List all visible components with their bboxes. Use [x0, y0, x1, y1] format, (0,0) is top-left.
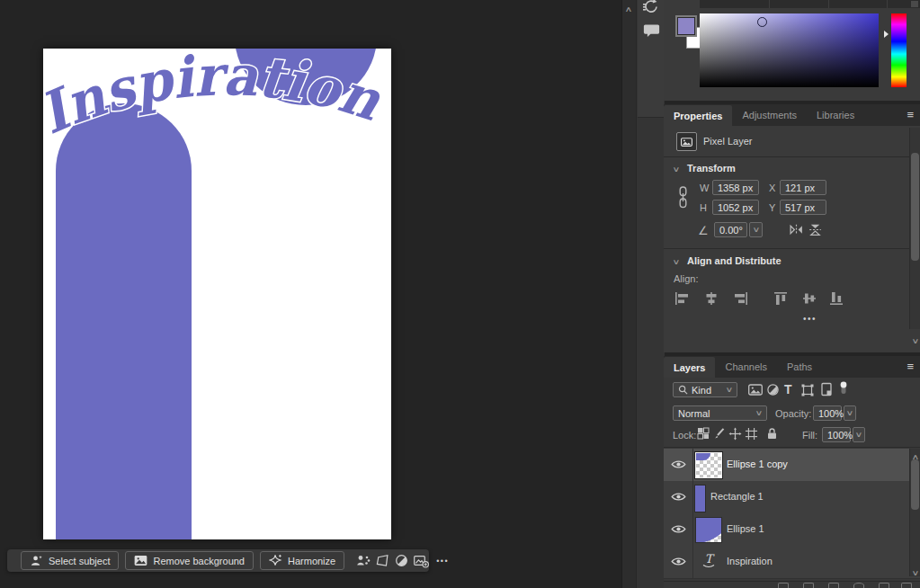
align-left-edges-icon[interactable]	[674, 290, 690, 307]
lock-image-pixels-icon[interactable]	[713, 427, 729, 443]
distort-button[interactable]	[376, 552, 389, 569]
align-collapse-icon[interactable]: ∨	[673, 259, 681, 266]
align-vertical-centers-icon[interactable]	[801, 290, 817, 307]
color-gradient-field[interactable]	[700, 13, 879, 87]
history-panel-icon[interactable]	[642, 0, 660, 15]
harmonize-sparkle-icon	[269, 554, 282, 567]
opacity-dropdown[interactable]: ∨	[844, 405, 856, 421]
color-panel-tab-stubs	[700, 0, 920, 8]
canvas-vertical-scrollbar[interactable]: ∧	[621, 0, 637, 588]
hue-marker[interactable]	[884, 31, 889, 38]
angle-dropdown[interactable]: ∨	[749, 222, 763, 237]
properties-scroll-down-arrow[interactable]: ∨	[913, 334, 918, 345]
panel-stub-button[interactable]	[911, 1, 918, 7]
rectangle-shape[interactable]	[56, 103, 192, 539]
align-top-edges-icon[interactable]	[773, 290, 789, 307]
right-panel-column: Properties Adjustments Libraries ≡ Pixel…	[664, 0, 920, 588]
visibility-eye-icon[interactable]	[671, 524, 686, 534]
visibility-eye-icon[interactable]	[671, 492, 686, 502]
tab-paths[interactable]: Paths	[777, 356, 822, 378]
align-right-edges-icon[interactable]	[733, 290, 749, 307]
layers-menu-icon[interactable]: ≡	[907, 360, 914, 373]
link-layers-button[interactable]	[778, 583, 789, 588]
flip-vertical-icon[interactable]	[808, 222, 824, 238]
filter-shape-layers-icon[interactable]	[800, 383, 817, 399]
y-field[interactable]: 517 px	[780, 200, 826, 215]
filter-pixel-layers-icon[interactable]	[748, 384, 764, 400]
layer-row-rectangle-1[interactable]: Rectangle 1	[664, 481, 920, 514]
layer-row-inspiration[interactable]: T Inspiration	[664, 546, 920, 579]
transform-section-title: Transform	[687, 163, 736, 174]
link-dimensions-icon[interactable]	[677, 186, 689, 209]
tab-channels[interactable]: Channels	[715, 356, 776, 378]
person-icon	[30, 554, 43, 567]
lock-all-icon[interactable]	[766, 427, 782, 443]
filter-type-layers-icon[interactable]: T	[784, 382, 800, 398]
layer-name[interactable]: Rectangle 1	[710, 491, 764, 502]
artboard-artwork: Inspiration	[43, 49, 391, 539]
properties-panel: Properties Adjustments Libraries ≡ Pixel…	[664, 104, 920, 352]
layer-name[interactable]: Inspiration	[727, 556, 773, 566]
filter-smart-objects-icon[interactable]	[820, 382, 836, 398]
visibility-eye-icon[interactable]	[671, 459, 686, 469]
add-mask-button[interactable]	[828, 583, 839, 588]
adjustment-button[interactable]	[395, 552, 408, 569]
visibility-eye-icon[interactable]	[671, 557, 686, 566]
remove-background-button[interactable]: Remove background	[125, 551, 254, 570]
artboard[interactable]: Inspiration	[43, 49, 391, 539]
filter-kind-select[interactable]: Kind ∨	[673, 382, 737, 397]
layer-row-ellipse-1-copy[interactable]: Ellipse 1 copy	[664, 449, 920, 482]
properties-scrollbar[interactable]	[909, 128, 920, 329]
layers-scroll-down-arrow[interactable]: ∨	[913, 566, 918, 577]
align-bottom-edges-icon[interactable]	[828, 290, 844, 307]
filter-toggle-icon[interactable]	[837, 380, 853, 396]
properties-menu-icon[interactable]: ≡	[907, 108, 914, 121]
opacity-field[interactable]: 100%	[813, 405, 842, 421]
layer-thumbnail[interactable]	[694, 485, 706, 512]
opacity-label: Opacity:	[775, 408, 811, 419]
new-layer-button[interactable]	[879, 583, 889, 588]
layer-effects-button[interactable]	[803, 583, 814, 588]
flip-horizontal-icon[interactable]	[789, 222, 805, 238]
layers-panel: Layers Channels Paths ≡ Kind ∨ T	[664, 356, 920, 588]
layers-scroll-up-arrow[interactable]: ∧	[913, 450, 918, 461]
angle-field[interactable]: 0.00°	[714, 222, 747, 237]
blend-mode-select[interactable]: Normal ∨	[673, 405, 767, 421]
scrollbar-up-arrow[interactable]: ∧	[626, 3, 631, 13]
tab-libraries[interactable]: Libraries	[807, 104, 864, 126]
new-adjustment-button[interactable]	[853, 583, 864, 588]
dock-group	[638, 0, 664, 118]
x-field[interactable]: 121 px	[780, 180, 826, 195]
tab-adjustments[interactable]: Adjustments	[732, 104, 807, 126]
align-more-options-button[interactable]: •••	[803, 314, 817, 324]
layer-row-ellipse-1[interactable]: Ellipse 1	[664, 513, 920, 547]
filter-adjustment-layers-icon[interactable]	[766, 383, 782, 399]
layers-scrollbar[interactable]	[909, 449, 920, 576]
hue-strip[interactable]	[891, 13, 907, 87]
image-icon	[134, 555, 147, 566]
lock-position-icon[interactable]	[728, 427, 745, 443]
fill-dropdown[interactable]: ∨	[853, 427, 865, 442]
fill-field[interactable]: 100%	[822, 427, 851, 442]
layer-name[interactable]: Ellipse 1	[727, 523, 764, 534]
width-field[interactable]: 1358 px	[712, 180, 759, 195]
tab-properties[interactable]: Properties	[664, 105, 732, 126]
select-subject-button[interactable]: Select subject	[21, 551, 119, 570]
transform-collapse-icon[interactable]: ∨	[673, 166, 681, 174]
align-horizontal-centers-icon[interactable]	[703, 290, 719, 307]
lock-transparent-pixels-icon[interactable]	[697, 427, 713, 443]
adjust-people-button[interactable]	[356, 552, 371, 569]
color-picker-ring[interactable]	[757, 17, 767, 27]
height-field[interactable]: 1052 px	[712, 200, 759, 215]
layer-thumbnail[interactable]	[695, 517, 722, 543]
lock-artboard-icon[interactable]	[745, 427, 761, 443]
foreground-color-swatch[interactable]	[675, 15, 697, 37]
add-image-button[interactable]	[414, 552, 429, 569]
layer-name[interactable]: Ellipse 1 copy	[727, 459, 788, 469]
comments-panel-icon[interactable]	[643, 23, 660, 39]
taskbar-more-button[interactable]: •••	[436, 557, 449, 566]
harmonize-button[interactable]: Harmonize	[260, 551, 344, 570]
layer-thumbnail[interactable]	[695, 452, 722, 478]
delete-layer-button[interactable]	[901, 583, 912, 588]
tab-layers[interactable]: Layers	[664, 357, 715, 378]
